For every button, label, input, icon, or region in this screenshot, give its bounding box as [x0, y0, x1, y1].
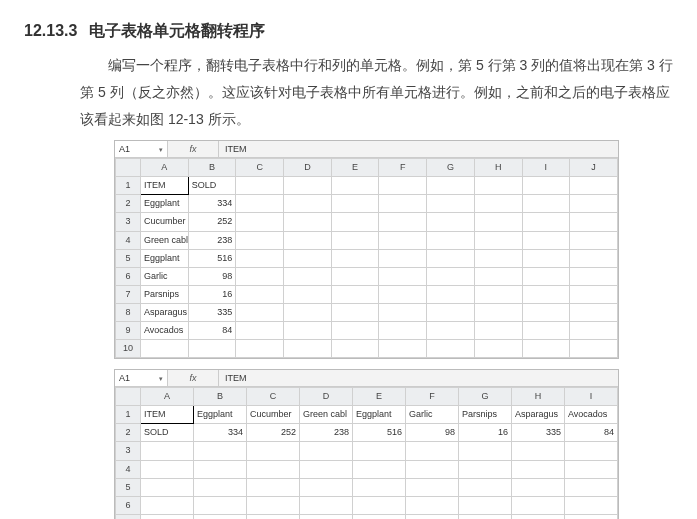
- cell[interactable]: 98: [188, 267, 236, 285]
- cell[interactable]: [236, 213, 284, 231]
- row-header[interactable]: 8: [116, 303, 141, 321]
- cell[interactable]: [406, 496, 459, 514]
- row-header[interactable]: 9: [116, 322, 141, 340]
- cell[interactable]: Asparagus: [141, 303, 189, 321]
- cell[interactable]: [194, 478, 247, 496]
- col-header-C[interactable]: C: [236, 159, 284, 177]
- cell[interactable]: Cucumber: [141, 213, 189, 231]
- cell[interactable]: [565, 460, 618, 478]
- cell[interactable]: [570, 195, 618, 213]
- cell[interactable]: [247, 514, 300, 519]
- cell[interactable]: [141, 340, 189, 358]
- col-header-J[interactable]: J: [570, 159, 618, 177]
- cell[interactable]: [194, 460, 247, 478]
- cell[interactable]: 335: [188, 303, 236, 321]
- cell[interactable]: [565, 478, 618, 496]
- row-header[interactable]: 3: [116, 213, 141, 231]
- cell[interactable]: [331, 267, 379, 285]
- cell[interactable]: [512, 442, 565, 460]
- cell[interactable]: Eggplant: [353, 406, 406, 424]
- col-header-B[interactable]: B: [194, 388, 247, 406]
- cell[interactable]: [512, 514, 565, 519]
- cell[interactable]: [474, 267, 522, 285]
- cell[interactable]: [353, 460, 406, 478]
- cell[interactable]: [570, 213, 618, 231]
- cell[interactable]: [300, 496, 353, 514]
- cell[interactable]: SOLD: [141, 424, 194, 442]
- grid-after[interactable]: ABCDEFGHI1ITEMEggplantCucumberGreen cabl…: [115, 387, 618, 519]
- cell[interactable]: [284, 340, 332, 358]
- cell[interactable]: 98: [406, 424, 459, 442]
- cell[interactable]: SOLD: [188, 177, 236, 195]
- cell[interactable]: [236, 303, 284, 321]
- cell[interactable]: [570, 249, 618, 267]
- cell[interactable]: [474, 249, 522, 267]
- cell[interactable]: [353, 496, 406, 514]
- row-header[interactable]: 2: [116, 424, 141, 442]
- cell[interactable]: [300, 460, 353, 478]
- cell[interactable]: [427, 303, 475, 321]
- cell[interactable]: ITEM: [141, 177, 189, 195]
- corner-cell[interactable]: [116, 388, 141, 406]
- cell[interactable]: [188, 340, 236, 358]
- cell[interactable]: 335: [512, 424, 565, 442]
- cell[interactable]: [570, 340, 618, 358]
- cell[interactable]: [522, 285, 570, 303]
- col-header-A[interactable]: A: [141, 159, 189, 177]
- cell[interactable]: [194, 514, 247, 519]
- cell[interactable]: [236, 322, 284, 340]
- grid-before[interactable]: ABCDEFGHIJ1ITEMSOLD2Eggplant3343Cucumber…: [115, 158, 618, 358]
- col-header-C[interactable]: C: [247, 388, 300, 406]
- cell[interactable]: Garlic: [141, 267, 189, 285]
- cell[interactable]: [284, 267, 332, 285]
- cell[interactable]: [300, 514, 353, 519]
- cell[interactable]: Parsnips: [141, 285, 189, 303]
- cell[interactable]: [379, 231, 427, 249]
- name-box[interactable]: A1 ▾: [115, 141, 168, 157]
- corner-cell[interactable]: [116, 159, 141, 177]
- cell[interactable]: [474, 195, 522, 213]
- col-header-D[interactable]: D: [284, 159, 332, 177]
- formula-value[interactable]: ITEM: [219, 141, 253, 158]
- cell[interactable]: [284, 213, 332, 231]
- cell[interactable]: [331, 340, 379, 358]
- cell[interactable]: [512, 478, 565, 496]
- col-header-B[interactable]: B: [188, 159, 236, 177]
- cell[interactable]: Avocados: [565, 406, 618, 424]
- cell[interactable]: [522, 177, 570, 195]
- cell[interactable]: [300, 478, 353, 496]
- row-header[interactable]: 4: [116, 460, 141, 478]
- cell[interactable]: 334: [194, 424, 247, 442]
- cell[interactable]: [459, 460, 512, 478]
- cell[interactable]: [427, 195, 475, 213]
- cell[interactable]: [570, 231, 618, 249]
- cell[interactable]: [379, 249, 427, 267]
- cell[interactable]: [427, 340, 475, 358]
- cell[interactable]: [353, 478, 406, 496]
- cell[interactable]: [379, 322, 427, 340]
- cell[interactable]: [474, 322, 522, 340]
- col-header-A[interactable]: A: [141, 388, 194, 406]
- cell[interactable]: [474, 303, 522, 321]
- cell[interactable]: [331, 195, 379, 213]
- cell[interactable]: [284, 249, 332, 267]
- cell[interactable]: [427, 177, 475, 195]
- cell[interactable]: 84: [188, 322, 236, 340]
- row-header[interactable]: 4: [116, 231, 141, 249]
- cell[interactable]: [427, 285, 475, 303]
- cell[interactable]: [459, 514, 512, 519]
- cell[interactable]: [379, 340, 427, 358]
- row-header[interactable]: 5: [116, 478, 141, 496]
- cell[interactable]: Eggplant: [141, 195, 189, 213]
- col-header-E[interactable]: E: [331, 159, 379, 177]
- cell[interactable]: [353, 442, 406, 460]
- cell[interactable]: [353, 514, 406, 519]
- cell[interactable]: [522, 303, 570, 321]
- cell[interactable]: [474, 285, 522, 303]
- row-header[interactable]: 7: [116, 514, 141, 519]
- col-header-H[interactable]: H: [512, 388, 565, 406]
- col-header-D[interactable]: D: [300, 388, 353, 406]
- cell[interactable]: [379, 267, 427, 285]
- cell[interactable]: [570, 322, 618, 340]
- cell[interactable]: [379, 213, 427, 231]
